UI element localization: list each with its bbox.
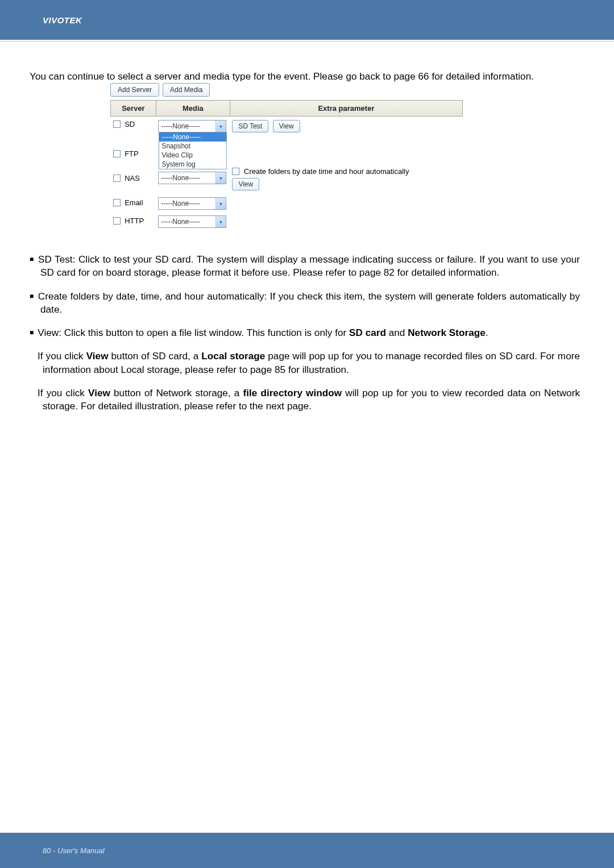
dropdown-option-none[interactable]: -----None----- xyxy=(159,132,226,142)
create-folders-checkbox[interactable] xyxy=(232,168,239,175)
chevron-down-icon: ▾ xyxy=(215,121,226,132)
top-button-row: Add Server Add Media xyxy=(110,83,474,97)
nas-media-select[interactable]: -----None----- ▾ xyxy=(158,172,226,184)
bullet-icon: ■ xyxy=(30,255,34,263)
ftp-label: FTP xyxy=(125,149,139,158)
email-label: Email xyxy=(125,198,143,207)
page-footer: 80 - User's Manual xyxy=(0,833,614,868)
page-root: VIVOTEK You can continue to select a ser… xyxy=(0,0,614,868)
bold-local-storage: Local storage xyxy=(201,350,265,362)
bullet-create-folders-text: Create folders by date, time, and hour a… xyxy=(38,290,580,315)
add-server-button[interactable]: Add Server xyxy=(110,83,159,97)
add-media-button[interactable]: Add Media xyxy=(163,83,210,97)
table-row: HTTP -----None----- ▾ xyxy=(111,211,463,229)
bold-file-directory-window: file directory window xyxy=(243,387,342,398)
intro-paragraph: You can continue to select a server and … xyxy=(30,70,580,83)
sd-media-value: -----None----- xyxy=(159,122,200,130)
nas-checkbox[interactable] xyxy=(113,175,121,182)
bullet-view: ■View: Click this button to open a file … xyxy=(30,326,580,339)
bullet-view-post: . xyxy=(486,327,488,338)
bold-view-1: View xyxy=(86,350,109,362)
email-media-value: -----None----- xyxy=(159,200,200,207)
sd-checkbox[interactable] xyxy=(113,121,121,128)
nas-label: NAS xyxy=(125,174,140,182)
th-server: Server xyxy=(111,101,156,117)
email-checkbox[interactable] xyxy=(113,199,121,206)
table-row: SD -----None----- ▾ -----None----- Snaps… xyxy=(111,117,463,134)
sd-test-label: SD Test xyxy=(238,122,262,130)
table-header-row: Server Media Extra parameter xyxy=(111,101,463,117)
nas-view-label: View xyxy=(238,180,253,188)
bullet-view-and: and xyxy=(386,327,408,338)
http-media-select[interactable]: -----None----- ▾ xyxy=(158,215,226,228)
create-folders-label: Create folders by date time and hour aut… xyxy=(244,167,409,176)
bullet-sd-test-text: SD Test: Click to test your SD card. The… xyxy=(38,254,580,278)
sub-paragraph-ns-view: If you click View button of Network stor… xyxy=(38,387,580,413)
sd-test-button[interactable]: SD Test xyxy=(232,120,268,132)
http-label: HTTP xyxy=(125,217,144,225)
chevron-down-icon: ▾ xyxy=(215,216,226,227)
bullet-icon: ■ xyxy=(30,329,34,337)
sd-view-button[interactable]: View xyxy=(273,120,300,132)
email-media-select[interactable]: -----None----- ▾ xyxy=(158,197,226,210)
bullet-icon: ■ xyxy=(30,292,34,300)
chevron-down-icon: ▾ xyxy=(215,198,226,209)
p1-pre: If you click xyxy=(38,350,86,362)
th-extra: Extra parameter xyxy=(230,101,462,117)
add-server-label: Add Server xyxy=(118,86,152,94)
p2-pre: If you click xyxy=(38,387,88,398)
chevron-down-icon: ▾ xyxy=(215,172,226,184)
bold-view-2: View xyxy=(88,387,110,398)
sd-media-select[interactable]: -----None----- ▾ -----None----- Snapshot… xyxy=(158,120,226,132)
page-header: VIVOTEK xyxy=(0,0,614,40)
bold-sd-card: SD card xyxy=(349,327,386,338)
nas-view-button[interactable]: View xyxy=(232,178,259,190)
server-media-table: Server Media Extra parameter SD -----Non… xyxy=(110,100,463,229)
sub-paragraph-sd-view: If you click View button of SD card, a L… xyxy=(38,350,580,376)
table-row: Email -----None----- ▾ xyxy=(111,192,463,211)
http-checkbox[interactable] xyxy=(113,217,121,225)
media-dropdown-list: -----None----- Snapshot Video Clip Syste… xyxy=(159,132,227,169)
dropdown-option-systemlog[interactable]: System log xyxy=(159,160,226,169)
p1-mid: button of SD card, a xyxy=(109,350,202,362)
ftp-checkbox[interactable] xyxy=(113,150,121,157)
footer-text: 80 - User's Manual xyxy=(43,846,105,855)
bullet-create-folders: ■Create folders by date, time, and hour … xyxy=(30,290,580,316)
th-media: Media xyxy=(156,101,230,117)
embedded-screenshot: Add Server Add Media Server Media Extra … xyxy=(110,83,474,229)
nas-media-value: -----None----- xyxy=(159,174,200,182)
page-body: You can continue to select a server and … xyxy=(0,41,614,413)
dropdown-option-snapshot[interactable]: Snapshot xyxy=(159,142,226,151)
dropdown-option-videoclip[interactable]: Video Clip xyxy=(159,151,226,160)
brand-text: VIVOTEK xyxy=(43,15,82,25)
bullet-sd-test: ■SD Test: Click to test your SD card. Th… xyxy=(30,253,580,279)
add-media-label: Add Media xyxy=(170,86,202,94)
bullet-list: ■SD Test: Click to test your SD card. Th… xyxy=(30,253,580,413)
sd-view-label: View xyxy=(279,122,294,130)
sd-label: SD xyxy=(125,120,135,128)
bold-network-storage: Network Storage xyxy=(408,327,486,338)
bullet-view-pre: View: Click this button to open a file l… xyxy=(38,327,349,338)
p2-mid: button of Network storage, a xyxy=(110,387,243,398)
http-media-value: -----None----- xyxy=(159,218,200,226)
